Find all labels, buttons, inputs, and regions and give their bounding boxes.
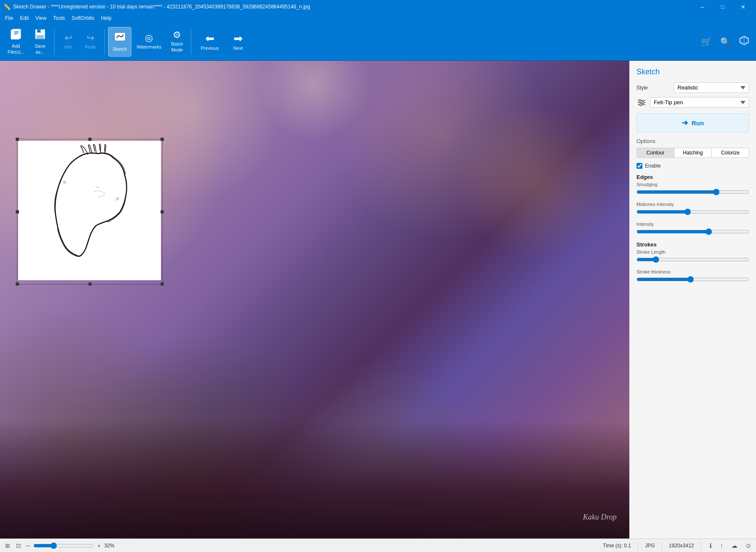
menu-help[interactable]: Help [98, 14, 115, 23]
style-dropdown[interactable]: Realistic Cartoon Pencil Charcoal [674, 82, 749, 93]
svg-point-20 [640, 103, 642, 106]
selection-box[interactable] [17, 139, 163, 284]
share-icon: ↑ [720, 542, 723, 549]
previous-arrow-icon: ⬅ [205, 33, 215, 44]
zoom-fit-icon: ⊞ [5, 542, 10, 549]
search-button[interactable]: 🔍 [717, 35, 734, 49]
resize-handle-bl[interactable] [16, 282, 19, 286]
next-label: Next [233, 46, 243, 51]
title-bar-controls: ─ □ ✕ [693, 0, 753, 14]
status-bar-left: ⊞ ⊡ ─ + 32% [3, 541, 114, 550]
run-button[interactable]: ➜ Run [636, 114, 749, 132]
info-icon: ℹ [710, 542, 712, 549]
presets-dropdown[interactable]: Felt-Tip pen Pencil Charcoal Marker [650, 97, 749, 108]
previous-label: Previous [201, 46, 219, 51]
undo-button[interactable]: ↩ Info [58, 27, 79, 57]
minimize-button[interactable]: ─ [693, 0, 712, 14]
social-icon: ☁ [732, 542, 737, 549]
cube-button[interactable] [736, 34, 753, 49]
next-button[interactable]: ➡ Next [226, 27, 250, 57]
resize-handle-mr[interactable] [160, 210, 164, 214]
midtones-slider[interactable] [636, 208, 749, 215]
redo-label: Redo [85, 44, 96, 50]
run-arrow-icon: ➜ [682, 118, 688, 127]
smudging-slider[interactable] [636, 189, 749, 195]
status-social-button[interactable]: ☁ [730, 541, 739, 550]
close-button[interactable]: ✕ [733, 0, 753, 14]
add-files-label: AddFile(s)... [8, 43, 24, 54]
zoom-out-button[interactable]: ─ [25, 541, 31, 550]
add-files-button[interactable]: AddFile(s)... [3, 27, 29, 57]
undo-icon: ↩ [65, 33, 72, 43]
cart-icon: 🛒 [701, 37, 712, 46]
stroke-length-slider[interactable] [636, 256, 749, 263]
resize-handle-tl[interactable] [16, 138, 19, 141]
status-extra-button[interactable]: ⊙ [744, 541, 753, 550]
save-as-button[interactable]: Saveas... [30, 27, 51, 57]
svg-point-18 [639, 99, 641, 101]
search-icon: 🔍 [720, 37, 731, 46]
zoom-value: 32% [104, 543, 114, 549]
resize-handle-tc[interactable] [88, 138, 92, 141]
dark-base [0, 420, 629, 538]
tab-colorize[interactable]: Colorize [712, 148, 749, 157]
right-panel: Sketch Style Realistic Cartoon Pencil Ch… [629, 61, 756, 538]
canvas-area[interactable]: · Kaku Drop [0, 61, 629, 538]
status-info-button[interactable]: ℹ [708, 541, 713, 550]
svg-point-19 [642, 101, 644, 103]
enable-checkbox[interactable] [636, 163, 642, 169]
main-content: · Kaku Drop Sketch Style Realistic Carto… [0, 61, 756, 538]
smudging-label: Smudging [636, 182, 749, 187]
menu-edit[interactable]: Edit [16, 14, 32, 23]
extra-icon: ⊙ [746, 542, 751, 549]
format-label: JPG [645, 543, 655, 549]
resize-handle-ml[interactable] [16, 210, 19, 214]
intensity-slider-row: Intensity [636, 222, 749, 236]
separator-3 [191, 29, 191, 54]
sketch-button[interactable]: Sketch [108, 27, 132, 57]
run-label: Run [691, 119, 704, 127]
zoom-in-button[interactable]: + [96, 541, 102, 550]
menu-view[interactable]: View [32, 14, 50, 23]
next-arrow-icon: ➡ [234, 33, 243, 44]
previous-button[interactable]: ⬅ Previous [195, 27, 225, 57]
midtones-label: Midtones Intensity [636, 202, 749, 207]
batch-mode-button[interactable]: ⚙ BatchMode [166, 27, 188, 57]
menu-file[interactable]: File [2, 14, 16, 23]
edges-header: Edges [636, 174, 749, 180]
menu-bar: File Edit View Tools SoftOrbits Help [0, 14, 756, 23]
toolbar-modes-group: Sketch ◎ Watermarks ⚙ BatchMode [108, 25, 188, 59]
zoom-actual-icon: ⊡ [16, 542, 21, 549]
options-label: Options [636, 138, 749, 144]
stroke-length-label: Stroke Length [636, 249, 749, 254]
batch-mode-icon: ⚙ [173, 30, 181, 40]
stroke-thickness-slider[interactable] [636, 276, 749, 283]
resize-handle-tr[interactable] [160, 138, 164, 141]
intensity-slider[interactable] [636, 228, 749, 235]
title-bar: ✏️ Sketch Drawer - ****Unregistered vers… [0, 0, 756, 14]
separator-status-2 [662, 541, 662, 550]
cart-button[interactable]: 🛒 [698, 35, 715, 49]
status-share-button[interactable]: ↑ [718, 541, 725, 550]
watermarks-button[interactable]: ◎ Watermarks [132, 27, 166, 57]
resize-handle-br[interactable] [160, 282, 164, 286]
resize-handle-bc[interactable] [88, 282, 92, 286]
tab-contour[interactable]: Contour [637, 148, 674, 157]
tab-hatching[interactable]: Hatching [674, 148, 712, 157]
svg-rect-1 [12, 29, 21, 38]
redo-button[interactable]: ↪ Redo [80, 27, 101, 57]
zoom-actual-button[interactable]: ⊡ [14, 541, 23, 550]
dimensions-label: 1920x3412 [669, 543, 694, 549]
zoom-slider[interactable] [33, 542, 93, 549]
menu-tools[interactable]: Tools [50, 14, 68, 23]
add-files-icon [10, 28, 22, 42]
undo-label: Info [65, 44, 72, 50]
menu-softorbits[interactable]: SoftOrbits [68, 14, 98, 23]
presets-icon [636, 97, 647, 108]
options-tabs: Contour Hatching Colorize [636, 148, 749, 158]
maximize-button[interactable]: □ [713, 0, 732, 14]
watermarks-label: Watermarks [136, 44, 161, 50]
panel-title: Sketch [636, 68, 749, 76]
zoom-fit-button[interactable]: ⊞ [3, 541, 12, 550]
redo-icon: ↪ [87, 33, 94, 43]
